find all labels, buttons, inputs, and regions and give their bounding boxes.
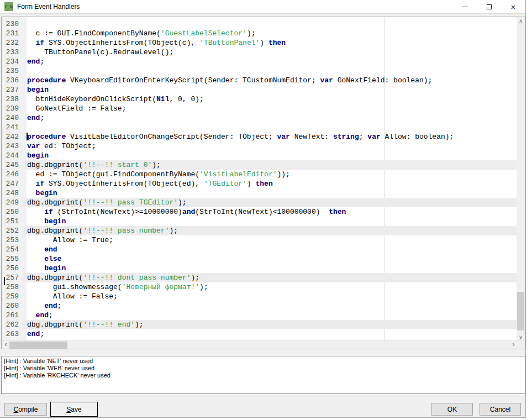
code-line[interactable]: 252dbg.dbgprint('!!--!! pass number'); [2,226,518,235]
code-text[interactable]: var ed: TObject; [23,141,518,151]
hint-line[interactable]: [Hint] : Variable 'RKCHECK' never used [2,372,525,379]
scroll-up-icon[interactable]: ∧ [517,17,525,25]
code-text[interactable]: btnHideKeybordOnClickScript(Nil, 0, 0); [23,95,518,104]
code-text[interactable]: GoNextField := False; [23,104,518,113]
hint-line[interactable]: [Hint] : Variable 'WEB' never used [2,365,525,372]
code-text[interactable]: if SYS.ObjectInheritsFrom(TObject(ed), '… [23,179,518,188]
line-number: 254 [2,245,23,254]
code-text[interactable]: if (StrToInt(NewText)>=10000000)and(StrT… [23,207,518,217]
code-line[interactable]: 232 if SYS.ObjectInheritsFrom(TObject(c)… [2,38,518,48]
code-line[interactable]: 251 begin [2,217,518,226]
code-text[interactable]: begin [23,188,518,198]
code-text[interactable]: procedure VKeyboardEditorOnEnterKeyScrip… [23,76,518,85]
code-line[interactable]: 235 [2,66,518,76]
code-text[interactable]: begin [23,85,518,95]
code-text[interactable]: end; [23,301,518,311]
code-line[interactable]: 260 end; [2,301,518,311]
code-line[interactable]: 245dbg.dbgprint('!!--!! start 0'); [2,160,518,170]
code-line[interactable]: 244begin [2,151,518,160]
code-line[interactable]: 242procedure VisitLabelEditorOnChangeScr… [2,132,518,141]
close-button[interactable]: × [501,0,525,13]
code-editor[interactable]: 230231 c := GUI.FindComponentByName('Gue… [1,17,525,349]
code-text[interactable] [23,19,518,29]
vertical-scrollbar-thumb[interactable] [517,292,524,330]
code-text[interactable]: else [23,254,518,264]
code-line[interactable]: 241 [2,123,518,132]
code-text[interactable]: dbg.dbgprint('!!--!! dont pass number'); [23,273,518,282]
scroll-left-icon[interactable]: ‹ [2,341,10,349]
compile-button-label: ompile [18,406,38,413]
line-number: 261 [2,311,23,320]
scroll-right-icon[interactable]: › [509,341,518,349]
save-button[interactable]: Save [50,402,98,417]
line-number: 263 [2,329,23,339]
code-line[interactable]: 233 TButtonPanel(c).RedrawLevel(); [2,48,518,57]
code-line[interactable]: 257dbg.dbgprint('!!--!! dont pass number… [2,273,518,282]
code-line[interactable]: 263end; [2,329,518,339]
line-number: 233 [2,48,23,57]
cancel-button[interactable]: Cancel [480,403,521,416]
maximize-icon [487,4,492,9]
code-text[interactable]: procedure VisitLabelEditorOnChangeScript… [23,132,518,141]
code-line[interactable]: 240end; [2,113,518,123]
code-text[interactable]: end; [23,57,518,66]
code-line[interactable]: 239 GoNextField := False; [2,104,518,113]
code-text[interactable]: c := GUI.FindComponentByName('GuestLabel… [23,29,518,38]
code-text[interactable]: end [23,245,518,254]
compiler-hints-panel[interactable]: [Hint] : Variable 'NET' never used[Hint]… [1,356,525,394]
code-line[interactable]: 234end; [2,57,518,66]
code-line[interactable]: 256 begin [2,264,518,273]
code-line[interactable]: 247 if SYS.ObjectInheritsFrom(TObject(ed… [2,179,518,188]
code-text[interactable]: end; [23,113,518,123]
code-text[interactable]: dbg.dbgprint('!!--!! start 0'); [23,160,518,170]
code-text[interactable]: dbg.dbgprint('!!--!! pass number'); [23,226,518,235]
line-number: 243 [2,141,23,151]
horizontal-scrollbar[interactable]: ‹ › [2,340,525,349]
compile-button[interactable]: Compile [4,403,47,416]
line-number: 251 [2,217,23,226]
code-line[interactable]: 254 end [2,245,518,254]
line-number: 247 [2,179,23,188]
code-text[interactable]: dbg.dbgprint('!!--!! end'); [23,320,518,329]
code-text[interactable] [23,66,518,76]
maximize-button[interactable] [477,0,501,13]
code-line[interactable]: 236procedure VKeyboardEditorOnEnterKeySc… [2,76,518,85]
code-line[interactable]: 258 gui.showmessage('Неверный формат!'); [2,282,518,292]
code-text[interactable]: TButtonPanel(c).RedrawLevel(); [23,48,518,57]
code-line[interactable]: 253 Allow := True; [2,235,518,245]
code-line[interactable]: 230 [2,19,518,29]
code-line[interactable]: 259 Allow := False; [2,292,518,301]
vertical-scrollbar[interactable]: ∧ ∨ [517,17,525,342]
code-line[interactable]: 246 ed := TObject(gui.FindComponentByNam… [2,170,518,179]
code-line[interactable]: 250 if (StrToInt(NewText)>=10000000)and(… [2,207,518,217]
code-text[interactable]: dbg.dbgprint('!!--!! pass TGEditor'); [23,198,518,207]
code-lines: 230231 c := GUI.FindComponentByName('Gue… [2,19,518,339]
code-text[interactable]: Allow := False; [23,292,518,301]
line-number: 242 [2,132,23,141]
code-line[interactable]: 255 else [2,254,518,264]
minimize-button[interactable] [452,0,477,13]
code-text[interactable]: begin [23,264,518,273]
code-text[interactable]: gui.showmessage('Неверный формат!'); [23,282,518,292]
code-text[interactable] [23,123,518,132]
line-number: 241 [2,123,23,132]
code-line[interactable]: 243var ed: TObject; [2,141,518,151]
code-line[interactable]: 238 btnHideKeybordOnClickScript(Nil, 0, … [2,95,518,104]
code-line[interactable]: 237begin [2,85,518,95]
line-number: 234 [2,57,23,66]
code-line[interactable]: 261 end; [2,311,518,320]
code-text[interactable]: end; [23,311,518,320]
code-text[interactable]: end; [23,329,518,339]
code-line[interactable]: 231 c := GUI.FindComponentByName('GuestL… [2,29,518,38]
code-text[interactable]: begin [23,217,518,226]
code-text[interactable]: ed := TObject(gui.FindComponentByName('V… [23,170,518,179]
hint-line[interactable]: [Hint] : Variable 'NET' never used [2,358,525,365]
code-line[interactable]: 249dbg.dbgprint('!!--!! pass TGEditor'); [2,198,518,207]
code-text[interactable]: begin [23,151,518,160]
code-line[interactable]: 262dbg.dbgprint('!!--!! end'); [2,320,518,329]
horizontal-scrollbar-thumb[interactable] [9,342,67,349]
code-line[interactable]: 248 begin [2,188,518,198]
code-text[interactable]: Allow := True; [23,235,518,245]
code-text[interactable]: if SYS.ObjectInheritsFrom(TObject(c), 'T… [23,38,518,48]
ok-button[interactable]: OK [431,403,473,416]
